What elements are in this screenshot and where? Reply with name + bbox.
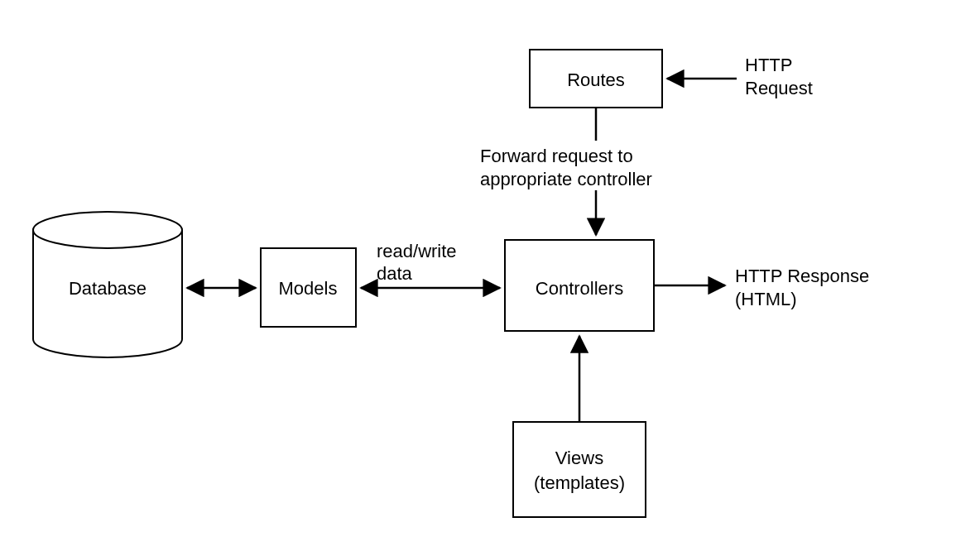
views-node: Views (templates)	[513, 422, 646, 517]
edge-forward-label-2: appropriate controller	[480, 169, 652, 189]
models-node: Models	[261, 248, 356, 327]
http-response-label-2: (HTML)	[735, 289, 797, 309]
routes-label: Routes	[567, 69, 625, 90]
http-response-label-1: HTTP Response	[735, 266, 869, 286]
models-label: Models	[279, 278, 338, 299]
controllers-node: Controllers	[505, 240, 654, 331]
edge-readwrite-label-2: data	[377, 263, 413, 284]
controllers-label: Controllers	[536, 278, 623, 299]
database-label: Database	[69, 278, 147, 299]
routes-node: Routes	[530, 50, 662, 108]
edge-readwrite-label-1: read/write	[377, 241, 457, 261]
views-label-2: (templates)	[534, 472, 625, 493]
database-node: Database	[33, 212, 182, 357]
views-label-1: Views	[555, 448, 603, 468]
edge-forward-label-1: Forward request to	[480, 146, 633, 166]
http-request-label-1: HTTP	[745, 55, 792, 75]
svg-rect-4	[513, 422, 646, 517]
http-request-label-2: Request	[745, 78, 813, 98]
mvc-diagram: Database Models Controllers Routes Views…	[0, 0, 980, 551]
